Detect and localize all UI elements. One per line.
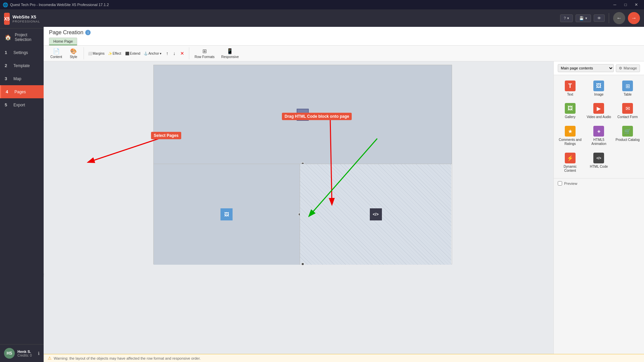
page-row-1[interactable]: A (153, 65, 452, 164)
effect-button[interactable]: ✨ Effect (107, 51, 122, 56)
html-cell-icon: </> (370, 208, 382, 220)
object-gallery[interactable]: 🖼 Gallery (556, 100, 584, 122)
manage-icon: ⚙ (619, 66, 622, 70)
object-html5-animation[interactable]: ◈ HTML5 Animation (585, 123, 613, 149)
dynamic-content-icon: ⚡ (565, 153, 576, 163)
sidebar-item-label: Export (13, 103, 25, 107)
panel-header: Main page contents ⚙ Manage (554, 61, 644, 75)
table-icon: ⊞ (622, 81, 633, 91)
object-comments-ratings[interactable]: ★ Comments and Ratings (556, 123, 584, 149)
nav-items: 🏠 Project Selection 1 Settings 2 Templat… (0, 29, 44, 344)
image-cell-icon: 🖼 (220, 208, 233, 220)
extend-button[interactable]: ⬛ Extend (124, 51, 142, 56)
contents-dropdown[interactable]: Main page contents (558, 64, 614, 72)
margins-button[interactable]: ⬜ Margins (87, 51, 106, 56)
user-info: Henk S. Credits: 0 (17, 350, 35, 357)
html-code-icon: </> (593, 153, 604, 163)
sidebar: X5 WebSite X5 PROFESSIONAL 🏠 Project Sel… (0, 9, 44, 362)
back-button[interactable]: ← (613, 12, 625, 24)
help-button[interactable]: ? ▾ (560, 14, 573, 22)
sidebar-item-export[interactable]: 5 Export (0, 98, 44, 111)
object-dynamic-content[interactable]: ⚡ Dynamic Content (556, 150, 584, 175)
status-text: Warning: the layout of the objects may h… (54, 356, 201, 360)
toolbar-sep-1 (84, 47, 84, 59)
move-up-button[interactable]: ↑ (164, 50, 170, 57)
manage-button[interactable]: ⚙ Manage (616, 64, 640, 72)
logo-name: WebSite X5 (12, 14, 40, 20)
effect-icon: ✨ (108, 52, 112, 55)
text-cell-icon: A (297, 109, 309, 121)
canvas-area[interactable]: 1 2 A (44, 61, 553, 354)
page-info-icon[interactable]: i (85, 30, 91, 35)
num-2: 2 (5, 63, 10, 68)
cell-1-1[interactable]: A (154, 65, 452, 164)
toolbar-group-3: ↑ ↓ ✕ (164, 50, 186, 57)
product-catalog-icon: 🛒 (622, 126, 633, 137)
preview-button[interactable]: 👁 (594, 14, 605, 22)
object-image[interactable]: 🖼 Image (585, 78, 613, 99)
responsive-button[interactable]: 📱 Responsive (218, 47, 241, 60)
help-dropdown-icon: ▾ (567, 16, 569, 20)
toolbar-sep-2 (189, 47, 189, 59)
video-audio-icon: ▶ (593, 103, 604, 114)
object-table[interactable]: ⊞ Table (614, 78, 641, 99)
avatar: HS (4, 348, 15, 359)
cell-2-2[interactable]: </> (300, 164, 452, 265)
anchor-button[interactable]: ⚓ Anchor▾ (142, 51, 163, 56)
title-text: Quest Tech Pro - Incomedia WebSite X5 Pr… (10, 3, 610, 7)
logo-sub: PROFESSIONAL (12, 20, 40, 23)
responsive-icon: 📱 (227, 48, 233, 54)
forward-button[interactable]: → (628, 12, 640, 24)
row-formats-button[interactable]: ⊞ Row Formats (192, 47, 217, 60)
info-icon: ℹ (38, 351, 40, 356)
row-2-resize-handle[interactable] (301, 263, 304, 265)
statusbar: ⚠ Warning: the layout of the objects may… (44, 354, 644, 362)
user-area[interactable]: HS Henk S. Credits: 0 ℹ (0, 344, 44, 362)
move-down-button[interactable]: ↓ (171, 50, 178, 57)
margins-icon: ⬜ (88, 52, 92, 55)
text-icon: T (565, 81, 576, 91)
image-icon: 🖼 (593, 81, 604, 91)
row-formats-icon: ⊞ (202, 48, 207, 54)
preview-checkbox[interactable] (558, 181, 562, 186)
right-panel: Main page contents ⚙ Manage T Text (553, 61, 644, 354)
sidebar-item-project-selection[interactable]: 🏠 Project Selection (0, 29, 44, 46)
app-icon: 🌐 (3, 2, 8, 7)
home-icon: 🏠 (5, 34, 11, 41)
object-text[interactable]: T Text (556, 78, 584, 99)
sidebar-item-label: Project Selection (15, 33, 39, 42)
save-button[interactable]: 💾 ▾ (576, 14, 591, 22)
object-video-audio[interactable]: ▶ Video and Audio (585, 100, 613, 122)
maximize-button[interactable]: □ (621, 0, 631, 9)
page-canvas: A 🖼 </> (153, 65, 452, 264)
app-header: ? ▾ 💾 ▾ 👁 ← → (44, 9, 644, 27)
warning-icon: ⚠ (48, 356, 52, 361)
objects-grid: T Text 🖼 Image ⊞ Table (554, 75, 644, 178)
sidebar-item-label: Settings (13, 50, 28, 55)
delete-row-button[interactable]: ✕ (178, 50, 186, 57)
object-product-catalog[interactable]: 🛒 Product Catalog (614, 123, 641, 149)
logo-icon: X5 (4, 13, 10, 25)
logo-area: X5 WebSite X5 PROFESSIONAL (0, 9, 44, 29)
minimize-button[interactable]: ─ (610, 0, 620, 9)
anchor-icon: ⚓ (144, 52, 148, 55)
page-row-2[interactable]: 🖼 </> (153, 164, 452, 264)
object-html-code[interactable]: </> HTML Code (585, 150, 613, 175)
sidebar-item-template[interactable]: 2 Template (0, 59, 44, 72)
cell-2-1[interactable]: 🖼 (154, 164, 300, 265)
home-page-tab[interactable]: Home Page (49, 38, 77, 45)
sidebar-item-pages[interactable]: 4 Pages (0, 85, 44, 98)
sidebar-item-map[interactable]: 3 Map (0, 72, 44, 85)
style-button[interactable]: 🎨 Style (66, 47, 81, 60)
close-button[interactable]: ✕ (631, 0, 641, 9)
sidebar-item-settings[interactable]: 1 Settings (0, 46, 44, 59)
user-name: Henk S. (17, 350, 35, 354)
num-1: 1 (5, 50, 10, 55)
object-contact-form[interactable]: ✉ Contact Form (614, 100, 641, 122)
content-button[interactable]: 📄 Content (48, 47, 65, 60)
header-separator (609, 13, 609, 23)
sidebar-item-label: Template (13, 63, 30, 68)
extend-icon: ⬛ (125, 52, 129, 55)
preview-area: Preview (554, 178, 644, 188)
preview-checkbox-label[interactable]: Preview (558, 181, 640, 186)
